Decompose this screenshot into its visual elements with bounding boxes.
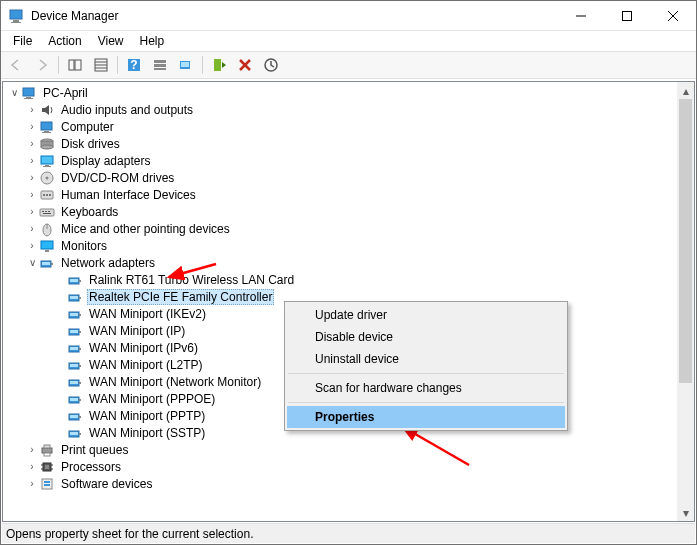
tree-node-label: WAN Miniport (IP) bbox=[87, 324, 187, 338]
computer-icon bbox=[39, 119, 55, 135]
svg-rect-55 bbox=[70, 279, 78, 282]
svg-point-37 bbox=[46, 176, 49, 179]
tree-node-label: Realtek PCIe FE Family Controller bbox=[87, 289, 274, 305]
scroll-up-button[interactable]: ▴ bbox=[677, 82, 694, 99]
computer-icon bbox=[21, 85, 37, 101]
expander-icon[interactable]: ∨ bbox=[7, 87, 21, 98]
help-button[interactable]: ? bbox=[122, 54, 146, 76]
network-icon bbox=[67, 306, 83, 322]
context-menu-separator bbox=[288, 402, 564, 403]
context-menu-item[interactable]: Properties bbox=[287, 406, 565, 428]
context-menu-item[interactable]: Disable device bbox=[287, 326, 565, 348]
context-menu-item[interactable]: Update driver bbox=[287, 304, 565, 326]
network-icon bbox=[67, 323, 83, 339]
context-menu-separator bbox=[288, 373, 564, 374]
close-button[interactable] bbox=[650, 1, 696, 31]
svg-rect-0 bbox=[10, 10, 22, 19]
view-button[interactable] bbox=[148, 54, 172, 76]
tree-node-cat-4[interactable]: ›DVD/CD-ROM drives bbox=[3, 169, 677, 186]
svg-rect-50 bbox=[45, 250, 49, 252]
tree-node-label: Human Interface Devices bbox=[59, 188, 198, 202]
svg-rect-46 bbox=[43, 213, 51, 214]
expander-icon[interactable]: › bbox=[25, 478, 39, 489]
expander-icon[interactable]: › bbox=[25, 461, 39, 472]
menu-file[interactable]: File bbox=[5, 32, 40, 50]
svg-rect-15 bbox=[154, 60, 166, 63]
forward-button[interactable] bbox=[30, 54, 54, 76]
expander-icon[interactable]: › bbox=[25, 138, 39, 149]
tree-node-cat-6[interactable]: ›Keyboards bbox=[3, 203, 677, 220]
show-hide-button[interactable] bbox=[63, 54, 87, 76]
expander-icon[interactable]: › bbox=[25, 240, 39, 251]
tree-node-root[interactable]: ∨PC-April bbox=[3, 84, 677, 101]
menu-action[interactable]: Action bbox=[40, 32, 89, 50]
expander-icon[interactable]: ∨ bbox=[25, 257, 39, 268]
expander-icon[interactable]: › bbox=[25, 172, 39, 183]
menubar: File Action View Help bbox=[1, 31, 696, 51]
svg-point-40 bbox=[46, 194, 48, 196]
processor-icon bbox=[39, 459, 55, 475]
svg-rect-52 bbox=[42, 262, 50, 265]
minimize-button[interactable] bbox=[558, 1, 604, 31]
update-button[interactable] bbox=[259, 54, 283, 76]
vertical-scrollbar[interactable]: ▴ ▾ bbox=[677, 82, 694, 521]
tree-node-after-2[interactable]: ›Software devices bbox=[3, 475, 677, 492]
scroll-track[interactable] bbox=[677, 99, 694, 504]
tree-node-label: Display adapters bbox=[59, 154, 152, 168]
tree-node-after-1[interactable]: ›Processors bbox=[3, 458, 677, 475]
svg-point-32 bbox=[41, 145, 53, 149]
expander-icon[interactable]: › bbox=[25, 189, 39, 200]
context-menu-item[interactable]: Scan for hardware changes bbox=[287, 377, 565, 399]
tree-node-cat-2[interactable]: ›Disk drives bbox=[3, 135, 677, 152]
toolbar-separator bbox=[117, 56, 118, 74]
svg-rect-2 bbox=[11, 22, 21, 23]
back-button[interactable] bbox=[4, 54, 28, 76]
tree-node-cat-1[interactable]: ›Computer bbox=[3, 118, 677, 135]
network-icon bbox=[39, 255, 55, 271]
expander-icon[interactable]: › bbox=[25, 223, 39, 234]
properties-button[interactable] bbox=[89, 54, 113, 76]
tree-node-cat-8[interactable]: ›Monitors bbox=[3, 237, 677, 254]
maximize-button[interactable] bbox=[604, 1, 650, 31]
svg-rect-95 bbox=[44, 484, 50, 486]
tree-node-cat-3[interactable]: ›Display adapters bbox=[3, 152, 677, 169]
network-icon bbox=[67, 374, 83, 390]
tree-node-label: Processors bbox=[59, 460, 123, 474]
svg-rect-8 bbox=[75, 60, 81, 70]
menu-view[interactable]: View bbox=[90, 32, 132, 50]
tree-node-label: PC-April bbox=[41, 86, 90, 100]
tree-node-after-0[interactable]: ›Print queues bbox=[3, 441, 677, 458]
tree-node-cat-0[interactable]: ›Audio inputs and outputs bbox=[3, 101, 677, 118]
tree-node-cat-5[interactable]: ›Human Interface Devices bbox=[3, 186, 677, 203]
svg-rect-58 bbox=[70, 296, 78, 299]
svg-rect-82 bbox=[70, 432, 78, 435]
network-icon bbox=[67, 357, 83, 373]
tree-node-cat-9[interactable]: ∨Network adapters bbox=[3, 254, 677, 271]
tree-node-cat-7[interactable]: ›Mice and other pointing devices bbox=[3, 220, 677, 237]
svg-rect-33 bbox=[41, 156, 53, 164]
svg-rect-49 bbox=[41, 241, 53, 249]
svg-rect-56 bbox=[79, 280, 81, 282]
network-icon bbox=[67, 340, 83, 356]
expander-icon[interactable]: › bbox=[25, 155, 39, 166]
svg-rect-43 bbox=[42, 211, 44, 212]
enable-button[interactable] bbox=[207, 54, 231, 76]
scroll-down-button[interactable]: ▾ bbox=[677, 504, 694, 521]
svg-rect-70 bbox=[70, 364, 78, 367]
svg-rect-1 bbox=[13, 20, 19, 22]
expander-icon[interactable]: › bbox=[25, 104, 39, 115]
scan-button[interactable] bbox=[174, 54, 198, 76]
expander-icon[interactable]: › bbox=[25, 206, 39, 217]
expander-icon[interactable]: › bbox=[25, 121, 39, 132]
svg-rect-86 bbox=[44, 453, 50, 456]
expander-icon[interactable]: › bbox=[25, 444, 39, 455]
uninstall-button[interactable] bbox=[233, 54, 257, 76]
svg-rect-88 bbox=[45, 465, 49, 469]
tree-node-net-0[interactable]: Ralink RT61 Turbo Wireless LAN Card bbox=[3, 271, 677, 288]
svg-rect-62 bbox=[79, 314, 81, 316]
scroll-thumb[interactable] bbox=[679, 99, 692, 383]
keyboard-icon bbox=[39, 204, 55, 220]
context-menu-item[interactable]: Uninstall device bbox=[287, 348, 565, 370]
svg-point-41 bbox=[49, 194, 51, 196]
menu-help[interactable]: Help bbox=[132, 32, 173, 50]
